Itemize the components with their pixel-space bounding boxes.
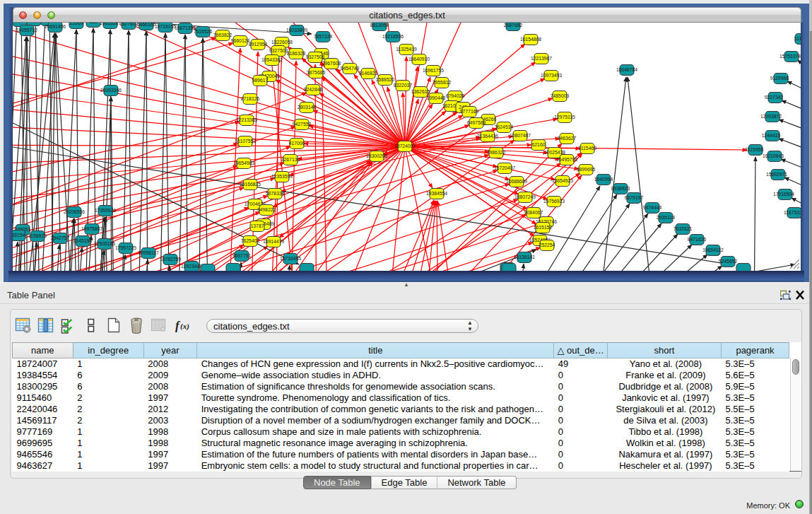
svg-text:7632621: 7632621 — [673, 226, 693, 231]
svg-text:14055712: 14055712 — [16, 28, 37, 33]
svg-text:3498222: 3498222 — [257, 207, 276, 212]
svg-text:15136141: 15136141 — [514, 255, 535, 259]
svg-text:16210643: 16210643 — [763, 153, 784, 158]
svg-text:9777169: 9777169 — [460, 109, 479, 114]
svg-text:13226058: 13226058 — [271, 40, 293, 45]
svg-text:6794028: 6794028 — [446, 93, 465, 98]
svg-text:6899695: 6899695 — [577, 167, 596, 172]
svg-text:8912954: 8912954 — [249, 42, 268, 47]
svg-text:17957225: 17957225 — [115, 245, 136, 250]
svg-text:8938923: 8938923 — [611, 186, 630, 191]
svg-text:16648784: 16648784 — [616, 67, 637, 72]
svg-text:16914479: 16914479 — [263, 239, 284, 244]
svg-text:10653287: 10653287 — [100, 23, 121, 25]
svg-text:1588520: 1588520 — [376, 77, 395, 82]
svg-text:9327503: 9327503 — [269, 48, 288, 53]
svg-text:7955812: 7955812 — [433, 80, 452, 85]
svg-text:15692971: 15692971 — [766, 172, 787, 177]
svg-text:6497568: 6497568 — [467, 120, 486, 125]
svg-text:19166825: 19166825 — [240, 182, 261, 187]
svg-text:1615152: 1615152 — [534, 225, 553, 230]
svg-text:9242848: 9242848 — [304, 87, 323, 92]
svg-text:16107553: 16107553 — [235, 139, 256, 144]
svg-text:5878334: 5878334 — [266, 191, 285, 196]
svg-text:16671355: 16671355 — [175, 25, 196, 30]
svg-text:8454749: 8454749 — [341, 66, 360, 71]
svg-text:6879197: 6879197 — [625, 195, 644, 200]
svg-text:20691406: 20691406 — [45, 24, 66, 29]
svg-text:9327508: 9327508 — [306, 54, 325, 59]
svg-text:15716485: 15716485 — [280, 256, 301, 261]
svg-text:2803144: 2803144 — [298, 105, 317, 110]
svg-text:1362615: 1362615 — [411, 89, 430, 94]
svg-text:9146821: 9146821 — [359, 71, 378, 76]
svg-text:12505185: 12505185 — [94, 241, 115, 246]
svg-text:7515526: 7515526 — [194, 29, 213, 34]
svg-text:9427552: 9427552 — [293, 122, 312, 127]
svg-text:9227342: 9227342 — [765, 95, 784, 100]
svg-text:7663822: 7663822 — [213, 33, 233, 37]
svg-text:417006: 417006 — [289, 141, 305, 146]
svg-text:1640954: 1640954 — [594, 177, 613, 182]
svg-text:19756923: 19756923 — [543, 199, 565, 204]
svg-text:12213383: 12213383 — [236, 117, 257, 122]
svg-text:19654983: 19654983 — [233, 160, 254, 165]
svg-text:7625402: 7625402 — [241, 238, 260, 243]
svg-text:18640910: 18640910 — [408, 57, 430, 62]
svg-text:18300295: 18300295 — [366, 153, 387, 158]
svg-text:11123: 11123 — [794, 36, 801, 41]
svg-text:2687682: 2687682 — [504, 23, 523, 28]
svg-text:1145194: 1145194 — [73, 238, 92, 243]
svg-text:10975867: 10975867 — [81, 226, 102, 231]
svg-text:1527602: 1527602 — [119, 23, 139, 26]
svg-text:10543362: 10543362 — [261, 57, 283, 62]
svg-text:15720407: 15720407 — [494, 165, 515, 170]
svg-text:7485003: 7485003 — [551, 93, 570, 98]
svg-text:20206556: 20206556 — [64, 209, 85, 214]
svg-text:2935114: 2935114 — [657, 215, 675, 220]
svg-text:19218506: 19218506 — [382, 34, 404, 39]
svg-text:6466160: 6466160 — [137, 23, 156, 27]
svg-text:9657791: 9657791 — [233, 253, 252, 258]
svg-text:10688609: 10688609 — [506, 179, 527, 184]
svg-text:21364436: 21364436 — [477, 134, 498, 139]
svg-text:10719155: 10719155 — [155, 24, 176, 29]
svg-text:19384554: 19384554 — [426, 191, 447, 196]
svg-text:1156829: 1156829 — [28, 233, 47, 238]
svg-text:13787: 13787 — [251, 223, 264, 228]
svg-text:12213967: 12213967 — [531, 56, 552, 61]
svg-text:18724007: 18724007 — [394, 144, 416, 148]
svg-text:13654923: 13654923 — [552, 178, 573, 183]
svg-text:3624514: 3624514 — [495, 124, 514, 129]
svg-text:165: 165 — [89, 23, 98, 24]
svg-text:11325419: 11325419 — [396, 47, 417, 52]
svg-text:10973493: 10973493 — [541, 73, 562, 78]
svg-text:16154808: 16154808 — [520, 37, 541, 42]
svg-text:18807249: 18807249 — [514, 194, 536, 199]
svg-text:10958117: 10958117 — [138, 250, 159, 255]
svg-text:9474444: 9474444 — [643, 205, 662, 210]
svg-text:7857224: 7857224 — [314, 34, 333, 39]
svg-text:3267130: 3267130 — [281, 157, 300, 162]
svg-text:8186328: 8186328 — [287, 51, 306, 56]
svg-text:9129966: 9129966 — [770, 76, 789, 81]
svg-text:9463627: 9463627 — [558, 136, 577, 141]
svg-text:2718126: 2718126 — [241, 96, 260, 101]
svg-text:3875685: 3875685 — [307, 70, 326, 75]
svg-text:12975115: 12975115 — [554, 115, 575, 119]
svg-text:9660124: 9660124 — [231, 38, 250, 43]
svg-text:8471626: 8471626 — [688, 237, 707, 242]
svg-text:7986322: 7986322 — [487, 150, 506, 155]
svg-text:9115460: 9115460 — [578, 146, 596, 151]
svg-text:3215955: 3215955 — [745, 147, 764, 152]
svg-text:8322037: 8322037 — [394, 83, 413, 88]
svg-text:39154: 39154 — [13, 233, 25, 238]
svg-text:2967608: 2967608 — [322, 61, 341, 66]
svg-text:62160: 62160 — [532, 142, 546, 147]
svg-text:15751074: 15751074 — [779, 54, 801, 59]
svg-text:(x): (x) — [180, 322, 189, 331]
svg-text:2942757: 2942757 — [51, 235, 70, 240]
svg-text:17359926: 17359926 — [95, 208, 116, 213]
svg-text:16782759: 16782759 — [160, 257, 181, 262]
svg-text:9084067: 9084067 — [524, 210, 543, 215]
